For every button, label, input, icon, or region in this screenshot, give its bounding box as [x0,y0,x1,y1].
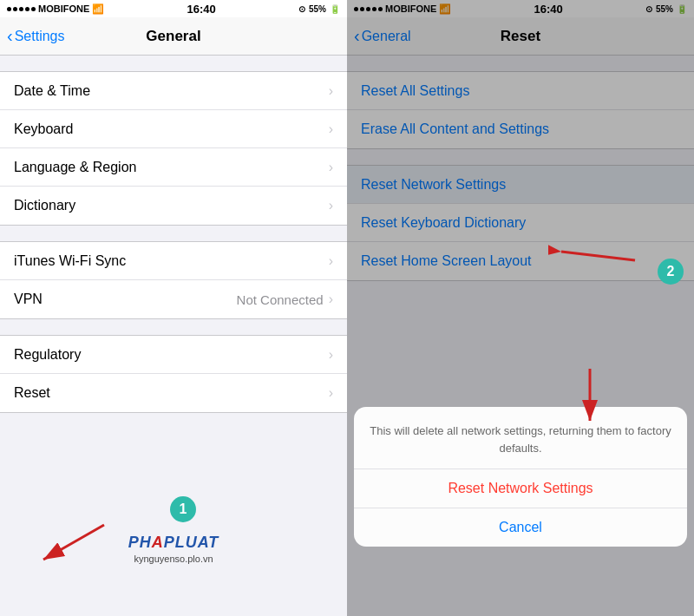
chevron-vpn: › [329,292,333,307]
settings-item-regulatory[interactable]: Regulatory › [0,336,347,374]
dictionary-right: › [329,198,333,213]
itunes-right: › [329,253,333,269]
watermark: PHAPLUAT kynguyenso.plo.vn [128,534,219,564]
itunes-label: iTunes Wi-Fi Sync [14,253,126,269]
language-label: Language & Region [14,160,136,175]
left-status-left: MOBIFONE 📶 [7,3,104,15]
left-nav-bar: ‹ Settings General [0,17,347,56]
left-back-button[interactable]: ‹ Settings [7,28,64,44]
regulatory-label: Regulatory [14,347,81,363]
battery-pct: 55% [309,4,326,14]
keyboard-right: › [329,121,333,137]
settings-item-dictionary[interactable]: Dictionary › [0,187,347,225]
settings-item-reset[interactable]: Reset › [0,374,347,412]
left-back-label: Settings [15,29,65,44]
reset-label: Reset [14,385,50,401]
settings-group-2: iTunes Wi-Fi Sync › VPN Not Connected › [0,241,347,319]
left-status-bar: MOBIFONE 📶 16:40 ⊙ 55% 🔋 [0,0,347,17]
chevron-date-time: › [329,83,333,99]
settings-group-1: Date & Time › Keyboard › Language & Regi… [0,71,347,226]
badge-1: 1 [170,496,196,522]
right-phone-panel: MOBIFONE 📶 16:40 ⊙ 55% 🔋 ‹ General Reset… [347,0,694,616]
left-chevron-icon: ‹ [7,27,13,44]
left-page-title: General [146,28,200,45]
vpn-right: Not Connected › [237,292,333,307]
dialog-confirm-button[interactable]: Reset Network Settings [354,469,687,508]
battery-icon: 🔋 [330,4,340,14]
chevron-reset: › [329,385,333,401]
signal-dots [7,7,36,11]
spacer3 [0,319,347,335]
confirmation-dialog: This will delete all network settings, r… [354,407,687,547]
left-status-right: ⊙ 55% 🔋 [298,4,340,14]
chevron-regulatory: › [329,347,333,363]
vpn-status: Not Connected [237,292,324,307]
chevron-itunes: › [329,253,333,269]
arrow-1 [17,516,121,568]
chevron-dictionary: › [329,198,333,213]
settings-item-keyboard[interactable]: Keyboard › [0,110,347,148]
badge-2: 2 [658,259,684,285]
reset-right: › [329,385,333,401]
dictionary-label: Dictionary [14,198,75,213]
chevron-keyboard: › [329,121,333,137]
watermark-highlight: A [152,534,164,551]
settings-item-date-time[interactable]: Date & Time › [0,72,347,110]
spacer1 [0,56,347,71]
dialog-cancel-button[interactable]: Cancel [354,508,687,547]
date-time-right: › [329,83,333,99]
wifi-icon: 📶 [92,3,104,15]
watermark-brand: PHAPLUAT [128,534,219,552]
dialog-message: This will delete all network settings, r… [354,407,687,469]
date-time-label: Date & Time [14,83,90,99]
settings-item-language[interactable]: Language & Region › [0,148,347,187]
regulatory-right: › [329,347,333,363]
settings-item-vpn[interactable]: VPN Not Connected › [0,280,347,318]
spacer2 [0,226,347,241]
left-time: 16:40 [187,3,216,16]
vpn-label: VPN [14,292,43,307]
left-phone-panel: MOBIFONE 📶 16:40 ⊙ 55% 🔋 ‹ Settings Gene… [0,0,347,616]
language-right: › [329,160,333,175]
chevron-language: › [329,160,333,175]
settings-item-itunes[interactable]: iTunes Wi-Fi Sync › [0,242,347,280]
watermark-sub: kynguyenso.plo.vn [128,554,219,564]
settings-group-3: Regulatory › Reset › [0,335,347,413]
signal-icon: ⊙ [298,4,305,14]
dialog-overlay: This will delete all network settings, r… [347,0,694,616]
keyboard-label: Keyboard [14,121,74,137]
carrier-name: MOBIFONE [38,3,89,14]
